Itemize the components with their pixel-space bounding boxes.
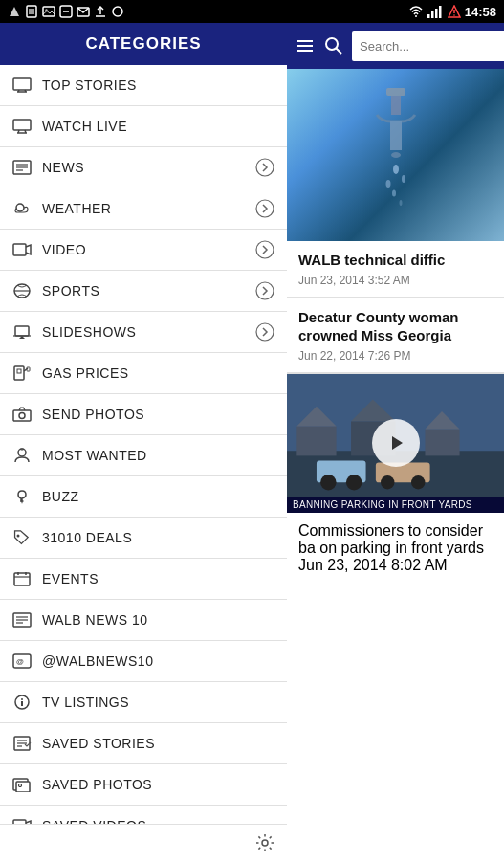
svg-marker-103 (392, 436, 403, 450)
sidebar-item-video[interactable]: VIDEO (0, 230, 287, 271)
sidebar-item-send-photos[interactable]: SEND PHOTOS (0, 394, 287, 435)
svg-point-99 (346, 475, 362, 491)
send-photos-label: SEND PHOTOS (42, 407, 275, 422)
signal-icon (427, 5, 444, 18)
svg-rect-43 (17, 369, 21, 373)
most-wanted-label: MOST WANTED (42, 448, 275, 463)
svg-point-47 (19, 413, 25, 419)
parking-title: Commissioners to consider ba on parking … (298, 522, 493, 557)
news-icon (11, 157, 33, 178)
sidebar-item-news[interactable]: NEWS (0, 147, 287, 188)
sidebar-item-31010-deals[interactable]: 31010 DEALS (0, 518, 287, 559)
camera-icon (11, 404, 33, 425)
main-layout: CATEGORIES TOP STORIES WATCH LIVE (0, 23, 504, 861)
news-card-parking[interactable]: Commissioners to consider ba on parking … (287, 513, 504, 584)
wanted-icon (11, 445, 33, 466)
slideshows-label: SLIDESHOWS (42, 324, 254, 340)
svg-line-79 (337, 49, 342, 55)
decatur-date: Jun 22, 2014 7:26 PM (298, 349, 493, 363)
video-icon (11, 239, 33, 260)
buzz-label: BUZZ (42, 489, 275, 504)
svg-rect-80 (386, 88, 405, 96)
svg-point-84 (393, 165, 399, 174)
parking-video-thumb[interactable]: BANNING PARKING IN FRONT YARDS (287, 374, 504, 513)
settings-button[interactable] (254, 832, 275, 853)
svg-rect-3 (43, 7, 55, 16)
sidebar-item-slideshows[interactable]: SLIDESHOWS (0, 312, 287, 353)
sidebar-item-saved-stories[interactable]: SAVED STORIES (0, 723, 287, 764)
svg-point-41 (256, 323, 274, 341)
menu-button[interactable] (295, 29, 316, 63)
news-label: NEWS (42, 160, 254, 175)
svg-rect-82 (390, 121, 402, 150)
settings-icon (254, 832, 275, 853)
sidebar-item-tv-listings[interactable]: TV LISTINGS (0, 682, 287, 723)
image-icon (42, 5, 55, 18)
sim-icon (25, 5, 38, 18)
search-input[interactable] (352, 31, 504, 61)
svg-rect-71 (16, 782, 30, 792)
svg-rect-95 (425, 429, 459, 455)
sidebar-item-walbnews10-social[interactable]: @ @WALBNEWS10 (0, 641, 287, 682)
svg-rect-2 (29, 9, 34, 14)
video-ticker: BANNING PARKING IN FRONT YARDS (287, 497, 504, 513)
svg-rect-73 (13, 820, 26, 824)
saved-photos-label: SAVED PHOTOS (42, 777, 275, 792)
sidebar-item-sports[interactable]: SPORTS (0, 271, 287, 312)
status-right-icons: 14:58 (409, 5, 496, 19)
sidebar-item-walb-news-10[interactable]: WALB NEWS 10 (0, 600, 287, 641)
tag-icon (11, 527, 33, 548)
svg-point-31 (16, 204, 24, 211)
tv-icon (11, 75, 33, 96)
sidebar-item-watch-live[interactable]: WATCH LIVE (0, 106, 287, 147)
svg-rect-45 (27, 367, 30, 371)
sidebar-item-weather[interactable]: WEATHER (0, 188, 287, 230)
news-chevron (254, 157, 275, 178)
sidebar-item-most-wanted[interactable]: MOST WANTED (0, 435, 287, 476)
svg-point-74 (262, 840, 268, 846)
sports-label: SPORTS (42, 283, 254, 298)
sidebar-item-events[interactable]: EVENTS (0, 559, 287, 600)
monitor-icon (11, 116, 33, 137)
events-label: EVENTS (42, 571, 275, 586)
news-card-walb-tech[interactable]: WALB technical diffic Jun 23, 2014 3:52 … (287, 241, 504, 298)
clock-time: 14:58 (465, 5, 496, 19)
sidebar-item-buzz[interactable]: BUZZ (0, 476, 287, 518)
video-label: VIDEO (42, 242, 254, 257)
top-stories-label: TOP STORIES (42, 77, 275, 93)
right-panel: 10 (287, 23, 504, 861)
svg-rect-91 (296, 426, 336, 455)
sidebar-item-saved-photos[interactable]: SAVED PHOTOS (0, 764, 287, 806)
saved-videos-label: SAVED VIDEOS (42, 818, 275, 824)
svg-rect-14 (439, 6, 442, 18)
svg-point-78 (326, 38, 338, 50)
walb-tech-date: Jun 23, 2014 3:52 AM (298, 274, 493, 287)
sidebar-item-top-stories[interactable]: TOP STORIES (0, 65, 287, 106)
status-bar: 14:58 (0, 0, 504, 23)
svg-point-17 (453, 14, 455, 16)
svg-point-87 (392, 190, 396, 197)
svg-point-88 (399, 200, 402, 206)
weather-icon (11, 198, 33, 219)
news-card-decatur[interactable]: Decatur County woman crowned Miss Georgi… (287, 298, 504, 373)
sidebar-item-saved-videos[interactable]: SAVED VIDEOS (0, 806, 287, 824)
phone-icon (59, 5, 73, 18)
parking-date: Jun 23, 2014 8:02 AM (298, 557, 493, 574)
right-panel-header: 10 (287, 23, 504, 69)
info-icon (11, 692, 33, 713)
slideshows-chevron (254, 321, 275, 342)
email-icon (77, 5, 90, 18)
sidebar: CATEGORIES TOP STORIES WATCH LIVE (0, 23, 287, 861)
saved-stories-label: SAVED STORIES (42, 736, 275, 751)
weather-label: WEATHER (42, 201, 254, 216)
misc-icon (111, 5, 124, 18)
svg-point-34 (256, 241, 274, 258)
sidebar-item-gas-prices[interactable]: GAS PRICES (0, 353, 287, 394)
walbnews10-social-label: @WALBNEWS10 (42, 653, 275, 669)
svg-point-86 (402, 175, 405, 183)
search-button[interactable] (323, 29, 344, 63)
svg-point-30 (256, 159, 274, 176)
svg-point-32 (256, 200, 274, 217)
video-play-button[interactable] (372, 419, 420, 467)
events-icon (11, 568, 33, 589)
